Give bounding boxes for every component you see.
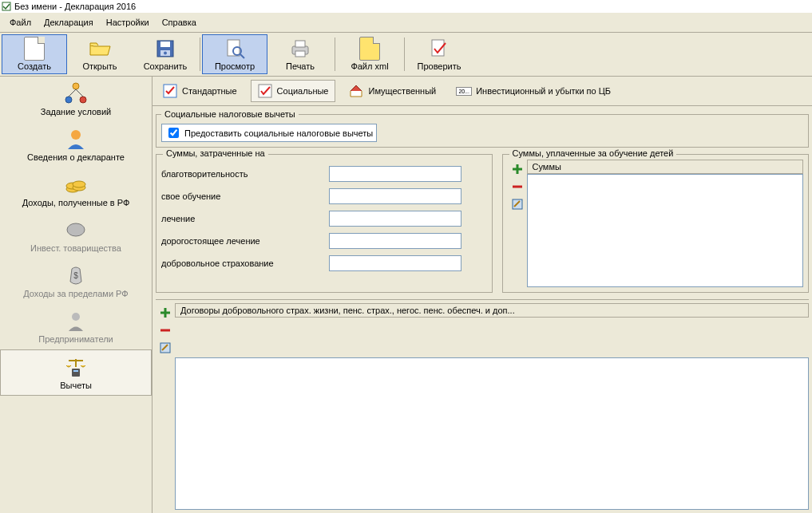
add-button[interactable] <box>159 306 172 319</box>
sidebar-label: Инвест. товарищества <box>30 243 121 253</box>
save-icon <box>154 37 176 60</box>
svg-line-15 <box>69 89 76 97</box>
menu-settings[interactable]: Настройки <box>100 14 156 30</box>
sidebar-label: Сведения о декларанте <box>27 152 125 162</box>
education-input[interactable] <box>329 188 461 204</box>
svg-point-12 <box>73 83 79 89</box>
svg-line-16 <box>76 89 83 97</box>
new-file-icon <box>23 37 46 60</box>
printer-icon <box>289 37 311 60</box>
sidebar-label: Доходы за пределами РФ <box>23 289 128 298</box>
social-deductions-panel: Социальные налоговые вычеты Предоставить… <box>156 109 809 148</box>
remove-button[interactable] <box>159 324 172 337</box>
edit-button[interactable] <box>159 341 172 354</box>
preview-icon <box>224 37 246 60</box>
svg-rect-10 <box>295 51 305 57</box>
toolbar-view-label: Просмотр <box>215 61 255 71</box>
toolbar-check-label: Проверить <box>417 61 461 71</box>
content-area: Стандартные Социальные Имущественный 20.… <box>152 77 812 513</box>
businessman-icon <box>64 309 88 333</box>
contracts-list-header[interactable]: Договоры добровольного страх. жизни, пен… <box>175 303 809 318</box>
treatment-label: лечение <box>161 214 321 223</box>
toolbar-save-label: Сохранить <box>144 61 188 71</box>
toolbar-print-button[interactable]: Печать <box>267 34 333 74</box>
svg-point-22 <box>67 223 85 236</box>
sidebar-item-declarant[interactable]: Сведения о декларанте <box>0 122 152 168</box>
window-title: Без имени - Декларация 2016 <box>14 2 136 11</box>
tab-label: Имущественный <box>368 86 436 96</box>
tab-investment[interactable]: 20... Инвестиционный и убытки по ЦБ <box>450 80 618 102</box>
svg-rect-2 <box>160 41 170 47</box>
sidebar-item-income-rf[interactable]: Доходы, полученные в РФ <box>0 168 152 213</box>
amounts-columns: Суммы, затраченные на благотворительност… <box>152 151 812 296</box>
children-education-group: Суммы, уплаченные за обучение детей Сумм… <box>502 154 809 293</box>
remove-button[interactable] <box>511 180 524 193</box>
coins-icon <box>64 172 88 196</box>
sidebar-item-deductions[interactable]: Вычеты <box>0 349 152 396</box>
deduction-tabbar: Стандартные Социальные Имущественный 20.… <box>152 77 812 106</box>
add-button[interactable] <box>511 163 524 176</box>
expensive-treatment-input[interactable] <box>329 233 461 249</box>
svg-text:$: $ <box>73 271 78 280</box>
check-file-icon <box>428 37 450 60</box>
tab-standard[interactable]: Стандартные <box>156 80 244 102</box>
window-titlebar: Без имени - Декларация 2016 <box>0 0 812 13</box>
svg-point-24 <box>72 313 80 321</box>
checklist-icon <box>163 84 177 98</box>
svg-point-17 <box>71 130 81 140</box>
main-toolbar: Создать Открыть Сохранить Просмотр Печат… <box>0 33 812 77</box>
menu-declaration[interactable]: Декларация <box>38 14 100 30</box>
svg-point-4 <box>164 52 167 55</box>
children-education-title: Суммы, уплаченные за обучение детей <box>509 148 677 158</box>
svg-point-21 <box>73 181 85 187</box>
year-badge-icon: 20... <box>457 84 471 98</box>
children-list-buttons <box>508 160 527 214</box>
scale-calc-icon <box>64 355 88 379</box>
contracts-list-body[interactable] <box>175 357 809 510</box>
toolbar-open-label: Открыть <box>82 61 117 71</box>
sidebar-label: Предприниматели <box>38 334 113 344</box>
sidebar-item-invest[interactable]: Инвест. товарищества <box>0 213 152 258</box>
provide-checkbox-input[interactable] <box>168 128 179 138</box>
svg-rect-27 <box>72 369 80 377</box>
toolbar-create-button[interactable]: Создать <box>2 34 67 74</box>
provide-label: Предоставить социальные налоговые вычеты <box>184 128 373 138</box>
children-list-header[interactable]: Суммы <box>527 160 803 174</box>
house-icon <box>349 84 363 98</box>
svg-rect-9 <box>295 41 305 47</box>
menu-help[interactable]: Справка <box>156 14 203 30</box>
expensive-treatment-label: дорогостоящее лечение <box>161 236 321 246</box>
toolbar-open-button[interactable]: Открыть <box>67 34 133 74</box>
edit-button[interactable] <box>511 198 524 211</box>
sidebar-item-conditions[interactable]: Задание условий <box>0 77 152 122</box>
contracts-list-buttons <box>156 303 175 357</box>
open-folder-icon <box>89 37 111 60</box>
menubar: Файл Декларация Настройки Справка <box>0 13 812 33</box>
panel-title: Социальные налоговые вычеты <box>161 109 299 119</box>
conditions-icon <box>64 81 88 105</box>
spent-on-group: Суммы, затраченные на благотворительност… <box>156 154 493 293</box>
svg-rect-28 <box>73 370 78 372</box>
toolbar-xml-button[interactable]: Файл xml <box>337 34 402 74</box>
tab-social[interactable]: Социальные <box>251 80 336 102</box>
tab-property[interactable]: Имущественный <box>342 80 443 102</box>
treatment-input[interactable] <box>329 211 461 227</box>
sidebar-item-income-abroad[interactable]: $ Доходы за пределами РФ <box>0 258 152 304</box>
handshake-icon <box>64 218 88 242</box>
toolbar-save-button[interactable]: Сохранить <box>133 34 198 74</box>
children-list-body[interactable] <box>527 174 803 287</box>
sidebar-item-entrepreneurs[interactable]: Предприниматели <box>0 304 152 349</box>
insurance-input[interactable] <box>329 255 461 271</box>
toolbar-view-button[interactable]: Просмотр <box>202 34 267 74</box>
moneybag-icon: $ <box>64 263 88 287</box>
provide-social-checkbox[interactable]: Предоставить социальные налоговые вычеты <box>161 124 377 142</box>
toolbar-xml-label: Файл xml <box>351 61 388 71</box>
toolbar-print-label: Печать <box>286 61 315 71</box>
main-area: Задание условий Сведения о декларанте До… <box>0 77 812 513</box>
sidebar: Задание условий Сведения о декларанте До… <box>0 77 152 513</box>
toolbar-check-button[interactable]: Проверить <box>406 34 472 74</box>
menu-file[interactable]: Файл <box>3 14 38 30</box>
checkbox-red-icon <box>258 84 272 98</box>
charity-input[interactable] <box>329 166 461 182</box>
sidebar-label: Задание условий <box>41 107 111 116</box>
